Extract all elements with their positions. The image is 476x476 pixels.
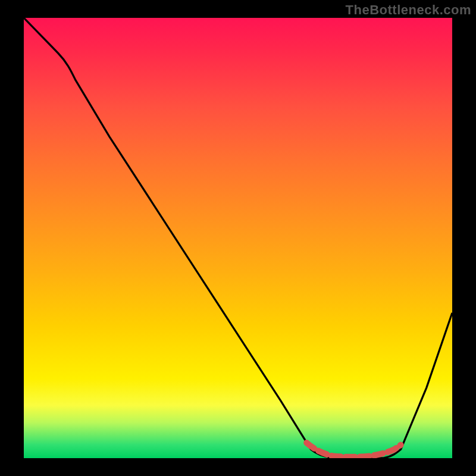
bottleneck-curve: [24, 18, 452, 458]
plot-area: [24, 18, 452, 458]
chart-container: TheBottleneck.com: [0, 0, 476, 476]
curve-layer: [24, 18, 452, 458]
watermark-label: TheBottleneck.com: [346, 2, 471, 18]
optimal-zone-highlight: [306, 443, 400, 457]
